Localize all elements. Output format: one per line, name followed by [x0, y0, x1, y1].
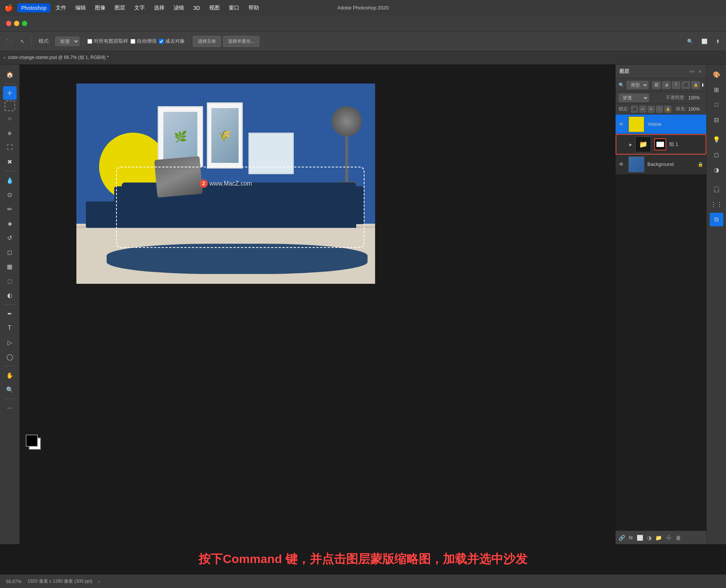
tool-select-icon[interactable]: ⬛: [3, 37, 15, 46]
watermark-logo: Z: [200, 179, 208, 188]
canvas-container[interactable]: 🌿 🌾: [76, 84, 375, 284]
artboard-icon[interactable]: ⊞: [710, 83, 723, 96]
lock-all-btn[interactable]: 🔒: [664, 106, 671, 113]
lasso-tool[interactable]: ○: [3, 112, 17, 125]
lock-position-btn[interactable]: ✛: [648, 106, 655, 113]
add-group-icon[interactable]: 📁: [655, 535, 662, 541]
blur-tool[interactable]: ◌: [3, 274, 17, 288]
adjustments-icon[interactable]: 💡: [710, 133, 723, 146]
add-adjustment-icon[interactable]: ◑: [647, 535, 652, 541]
hand-tool[interactable]: ✋: [3, 368, 17, 382]
marquee-tool[interactable]: [5, 101, 15, 111]
panel-menu-btn[interactable]: ≡: [697, 68, 703, 74]
filter-smart-btn[interactable]: 🔒: [692, 81, 700, 89]
subtract-object-checkbox[interactable]: 减去对象: [159, 38, 185, 45]
arrange-icon[interactable]: ⬜: [698, 37, 710, 46]
auto-enhance-checkbox[interactable]: 自动增强: [130, 38, 157, 45]
menubar-3d[interactable]: 3D: [189, 3, 204, 12]
all-layers-checkbox[interactable]: 对所有图层取样: [87, 38, 128, 45]
filter-text-btn[interactable]: T: [672, 81, 680, 89]
type-tool[interactable]: T: [3, 321, 17, 335]
layer-yellow[interactable]: 👁 Yellow: [616, 115, 706, 134]
add-mask-icon[interactable]: ⬜: [637, 535, 643, 541]
fill-value[interactable]: 100%: [688, 107, 703, 112]
shape-tool[interactable]: ◯: [3, 350, 17, 364]
opacity-value[interactable]: 100%: [688, 95, 703, 101]
menubar-window[interactable]: 窗口: [225, 3, 243, 13]
layer-background-visibility[interactable]: 👁: [619, 161, 625, 167]
layer-comps-icon[interactable]: □: [710, 98, 723, 111]
minimize-button[interactable]: [14, 21, 19, 26]
dodge-tool[interactable]: ◐: [3, 288, 17, 302]
healing-tool[interactable]: ⊙: [3, 188, 17, 201]
history-brush-tool[interactable]: ↺: [3, 231, 17, 244]
tab-close-button[interactable]: ×: [3, 55, 6, 60]
layers-icon[interactable]: ⧉: [710, 213, 723, 226]
filter-icon: 🔍: [619, 82, 624, 88]
layer-yellow-visibility[interactable]: 👁: [619, 121, 625, 127]
menubar-filter[interactable]: 滤镜: [170, 3, 188, 13]
select-subject-button[interactable]: 选择主体: [193, 36, 221, 47]
slice-tool[interactable]: ✖: [3, 155, 17, 169]
filter-shape-btn[interactable]: ⬛: [682, 81, 690, 89]
menubar-text[interactable]: 文字: [130, 3, 149, 13]
lamp-pole: [345, 136, 348, 182]
panel-header: 图层 >> ≡: [616, 65, 706, 78]
eraser-tool[interactable]: ◻: [3, 245, 17, 259]
brush-tool[interactable]: ✏: [3, 202, 17, 216]
paths-icon[interactable]: ⋮⋮: [710, 198, 723, 211]
fullscreen-button[interactable]: [22, 21, 27, 26]
delete-layer-icon[interactable]: 🗑: [676, 535, 681, 541]
eyedropper-tool[interactable]: 💧: [3, 173, 17, 187]
menubar-edit[interactable]: 编辑: [71, 3, 90, 13]
search-icon[interactable]: 🔍: [684, 37, 696, 46]
filter-toggle[interactable]: [702, 83, 703, 87]
fx-icon[interactable]: fx: [629, 535, 633, 540]
brush-settings-icon[interactable]: 🎧: [710, 183, 723, 196]
gradient-tool[interactable]: ▦: [3, 260, 17, 273]
path-selection-tool[interactable]: ▷: [3, 336, 17, 349]
layer-background[interactable]: 👁 Background 🔒: [616, 155, 706, 174]
menubar-select[interactable]: 选择: [150, 3, 168, 13]
quick-select-tool[interactable]: ⊕: [3, 126, 17, 140]
properties-icon[interactable]: ⊟: [710, 113, 723, 127]
menubar-help[interactable]: 帮助: [245, 3, 263, 13]
channels-icon[interactable]: ◻: [710, 148, 723, 161]
filter-adjust-btn[interactable]: ◑: [662, 81, 670, 89]
home-tool[interactable]: 🏠: [3, 68, 17, 81]
layer-group-mask[interactable]: [654, 138, 666, 150]
zoom-tool[interactable]: 🔍: [3, 383, 17, 396]
libraries-icon[interactable]: 🎨: [710, 68, 723, 81]
move-tool[interactable]: ✛: [3, 86, 17, 100]
lock-artboard-btn[interactable]: □: [656, 106, 663, 113]
menubar-image[interactable]: 图像: [91, 3, 109, 13]
layer-group-arrow[interactable]: ▶: [629, 142, 632, 147]
panel-expand-btn[interactable]: >>: [688, 68, 696, 74]
layers-filter-row: 🔍 类型 🖼 ◑ T ⬛ 🔒: [616, 78, 706, 92]
foreground-color-swatch[interactable]: [26, 435, 38, 447]
tool-move-btn[interactable]: ↖: [17, 37, 28, 46]
menubar-file[interactable]: 文件: [52, 3, 70, 13]
menubar-photoshop[interactable]: Photoshop: [17, 3, 50, 12]
add-layer-icon[interactable]: ➕: [666, 535, 672, 541]
filter-type-select[interactable]: 类型: [627, 81, 648, 89]
menubar-layers[interactable]: 图层: [111, 3, 129, 13]
blend-mode-select[interactable]: 穿透: [619, 94, 649, 102]
apple-menu[interactable]: 🍎: [5, 4, 13, 12]
color-icon[interactable]: ◑: [710, 163, 723, 176]
pen-tool[interactable]: ✒: [3, 307, 17, 320]
close-button[interactable]: [6, 21, 11, 26]
mode-select[interactable]: 矩形: [55, 37, 79, 46]
layer-group-1[interactable]: ▶ 📁 组 1: [616, 134, 706, 155]
select-and-mask-button[interactable]: 选择并遮住...: [223, 36, 259, 47]
clone-tool[interactable]: ◈: [3, 217, 17, 230]
share-icon[interactable]: ⬆: [713, 37, 723, 46]
menubar-view[interactable]: 视图: [205, 3, 223, 13]
filter-pixel-btn[interactable]: 🖼: [652, 81, 661, 89]
link-layers-icon[interactable]: 🔗: [619, 535, 625, 541]
lock-transparent-btn[interactable]: ⬛: [631, 106, 638, 113]
extra-tools[interactable]: ···: [3, 401, 17, 415]
canvas-dimensions: 1920 像素 x 1280 像素 (300 ppi): [28, 578, 92, 585]
lock-pixels-btn[interactable]: ✏: [639, 106, 646, 113]
crop-tool[interactable]: ⛶: [3, 141, 17, 154]
